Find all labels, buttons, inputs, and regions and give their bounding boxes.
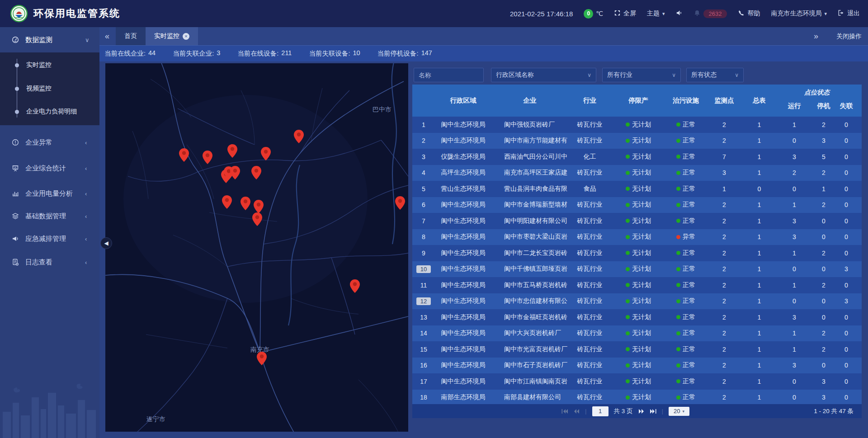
mute-button[interactable] xyxy=(676,9,683,18)
map-pin[interactable] xyxy=(227,144,237,158)
cell-industry: 砖瓦行业 xyxy=(568,117,611,133)
industry-filter-select[interactable]: 所有行业 ∨ xyxy=(602,68,681,82)
sidebar-item-base-data[interactable]: 基础数据管理 ‹ xyxy=(0,205,99,227)
table-row[interactable]: 1阆中生态环境局阆中强锐页岩砖厂砖瓦行业无计划正常21120 xyxy=(412,117,862,133)
tab-realtime-monitor[interactable]: 实时监控 × xyxy=(146,27,198,45)
sidebar-item-emergency-reduction[interactable]: 应急减排管理 ‹ xyxy=(0,227,99,250)
sidebar-item-power-analysis[interactable]: 企业用电量分析 ‹ xyxy=(0,182,99,205)
map-pin[interactable] xyxy=(203,151,212,164)
table-row[interactable]: 2阆中生态环境局阆中市南方节能建材有砖瓦行业无计划正常21030 xyxy=(412,133,862,149)
prev-page-button[interactable] xyxy=(574,409,580,414)
sidebar-item-data-monitoring[interactable]: 数据监测 ∨ xyxy=(0,27,99,52)
cell-region: 阆中生态环境局 xyxy=(435,245,491,261)
status-dot xyxy=(676,315,680,319)
sidebar-item-video-monitor[interactable]: 视频监控 xyxy=(0,81,99,96)
table-row[interactable]: 3仪陇生态环境局西南油气田分公司川中化工无计划正常71350 xyxy=(412,149,862,165)
tab-close-icon[interactable]: × xyxy=(183,33,189,40)
tabs-scroll-left-button[interactable]: « xyxy=(105,27,109,45)
table-row[interactable]: 15阆中生态环境局阆中市光富页岩机砖厂砖瓦行业无计划正常21120 xyxy=(412,341,862,358)
map-collapse-handle[interactable]: ◀ xyxy=(100,237,112,249)
region-filter-select[interactable]: 行政区域名称 ∨ xyxy=(491,68,596,82)
page-input[interactable] xyxy=(592,406,609,416)
chevron-collapsed-icon: ‹ xyxy=(85,259,87,266)
cell-offline: 0 xyxy=(835,373,858,390)
table-row[interactable]: 5营山生态环境局营山县润丰肉食品有限食品无计划正常10010 xyxy=(412,181,862,197)
sidebar-item-enterprise-abnormal[interactable]: 企业异常 ‹ xyxy=(0,131,99,154)
map-pin[interactable] xyxy=(294,130,304,143)
tab-home[interactable]: 首页 xyxy=(116,27,146,45)
table-row[interactable]: 7阆中生态环境局阆中明阳建材有限公司砖瓦行业无计划正常21300 xyxy=(412,213,862,229)
map-pin[interactable] xyxy=(230,166,240,179)
map-pin[interactable] xyxy=(222,195,232,209)
map-pin[interactable] xyxy=(241,197,250,210)
tabs-scroll-right-button[interactable]: » xyxy=(814,27,818,45)
status-dot xyxy=(626,219,630,223)
help-button[interactable]: 帮助 xyxy=(738,9,760,18)
cell-stopped: 2 xyxy=(812,197,835,213)
table-row[interactable]: 18南部生态环境局南部县建材有限公司砖瓦行业无计划正常21030 xyxy=(412,390,862,405)
map-panel[interactable]: 巴中市南充市遂宁市 xyxy=(105,63,408,432)
cell-index: 16 xyxy=(412,358,435,374)
org-menu[interactable]: 南充市生态环境局 ▾ xyxy=(771,9,827,18)
map-pin[interactable] xyxy=(261,147,271,160)
map-pin[interactable] xyxy=(254,200,264,213)
chevron-collapsed-icon: ‹ xyxy=(85,165,87,172)
table-row[interactable]: 14阆中生态环境局阆中大兴页岩机砖厂砖瓦行业无计划正常21120 xyxy=(412,325,862,342)
table-row[interactable]: 9阆中生态环境局阆中市二龙长宝页岩砖砖瓦行业无计划正常21120 xyxy=(412,245,862,261)
map-pin[interactable] xyxy=(395,196,405,210)
fullscreen-button[interactable]: 全屏 xyxy=(614,9,636,18)
stat-item: 当前失联企业:3 xyxy=(173,49,220,58)
next-page-button[interactable] xyxy=(638,409,644,414)
map-pin[interactable] xyxy=(179,148,189,162)
logout-button[interactable]: 退出 xyxy=(838,9,860,18)
table-header: 行政区域 企业 行业 停限产 治污设施 监测点 总表 点位状态 运行 停机 失联 xyxy=(412,85,862,117)
map-pin[interactable] xyxy=(257,352,267,365)
sidebar-item-enterprise-statistics[interactable]: 企业综合统计 ‹ xyxy=(0,157,99,179)
cell-stopped: 2 xyxy=(812,277,835,293)
page-size-select[interactable]: 20 ▾ xyxy=(669,407,689,416)
table-row[interactable]: 17阆中生态环境局阆中市江南镇阆南页岩砖瓦行业无计划正常21030 xyxy=(412,373,862,390)
status-filter-select[interactable]: 所有状态 ∨ xyxy=(686,68,744,82)
theme-menu[interactable]: 主题 ▾ xyxy=(647,9,665,18)
table-row[interactable]: 4高坪生态环境局南充市高坪区王家店建砖瓦行业无计划正常31220 xyxy=(412,165,862,181)
sidebar-item-log-view[interactable]: 日志查看 ‹ xyxy=(0,251,99,273)
table-row[interactable]: 6阆中生态环境局阆中市金博瑞新型墙材砖瓦行业无计划正常21120 xyxy=(412,197,862,213)
map-pin[interactable] xyxy=(252,212,262,226)
table-row[interactable]: 16阆中生态环境局阆中市石子页岩机砖厂砖瓦行业无计划正常21300 xyxy=(412,358,862,374)
chevron-collapsed-icon: ‹ xyxy=(85,139,87,146)
pagination-divider: | xyxy=(662,408,664,414)
stat-value: 3 xyxy=(217,49,220,58)
cell-region: 阆中生态环境局 xyxy=(435,309,491,325)
tab-bar: « 首页 实时监控 × » 关闭操作 xyxy=(99,27,868,45)
close-operations-button[interactable]: 关闭操作 xyxy=(836,27,862,45)
cell-monitor-points: 2 xyxy=(706,358,742,374)
cell-facility: 正常 xyxy=(665,309,706,325)
col-monitor-points: 监测点 xyxy=(706,85,742,117)
table-row[interactable]: 11阆中生态环境局阆中市五马桥页岩机砖砖瓦行业无计划正常21120 xyxy=(412,277,862,293)
stat-item: 当前失联设备:10 xyxy=(309,49,360,58)
map-pin[interactable] xyxy=(350,279,360,293)
cell-industry: 砖瓦行业 xyxy=(568,293,611,310)
cell-company: 阆中市南方节能建材有 xyxy=(491,133,568,149)
speaker-icon xyxy=(676,9,683,18)
table-row[interactable]: 13阆中生态环境局阆中市金福旺页岩机砖砖瓦行业无计划正常21300 xyxy=(412,309,862,325)
status-dot xyxy=(626,283,630,287)
sidebar-item-realtime-monitor[interactable]: 实时监控 xyxy=(0,57,99,73)
first-page-button[interactable] xyxy=(561,409,568,414)
sidebar-item-power-load-detail[interactable]: 企业电力负荷明细 xyxy=(0,104,99,119)
name-filter-input[interactable] xyxy=(414,68,484,82)
cell-industry: 砖瓦行业 xyxy=(568,277,611,293)
last-page-button[interactable] xyxy=(650,409,656,414)
cell-monitor-points: 2 xyxy=(706,117,742,133)
table-row[interactable]: 8阆中生态环境局阆中市枣碧大梁山页岩砖瓦行业无计划异常21300 xyxy=(412,229,862,245)
map-pin[interactable] xyxy=(251,166,261,179)
stats-bar: 当前在线企业:44当前失联企业:3当前在线设备:211当前失联设备:10当前停机… xyxy=(99,45,868,61)
cell-offline: 0 xyxy=(835,181,858,197)
notifications-button[interactable]: 2632 xyxy=(693,9,727,18)
cell-offline: 0 xyxy=(835,165,858,181)
cell-total-meters: 1 xyxy=(742,325,776,342)
table-row[interactable]: 10阆中生态环境局阆中千佛镇五郎垭页岩砖瓦行业无计划正常21003 xyxy=(412,261,862,278)
cell-offline: 0 xyxy=(835,229,858,245)
cell-index: 9 xyxy=(412,245,435,261)
table-row[interactable]: 12阆中生态环境局阆中市忠信建材有限公砖瓦行业无计划正常21003 xyxy=(412,293,862,310)
